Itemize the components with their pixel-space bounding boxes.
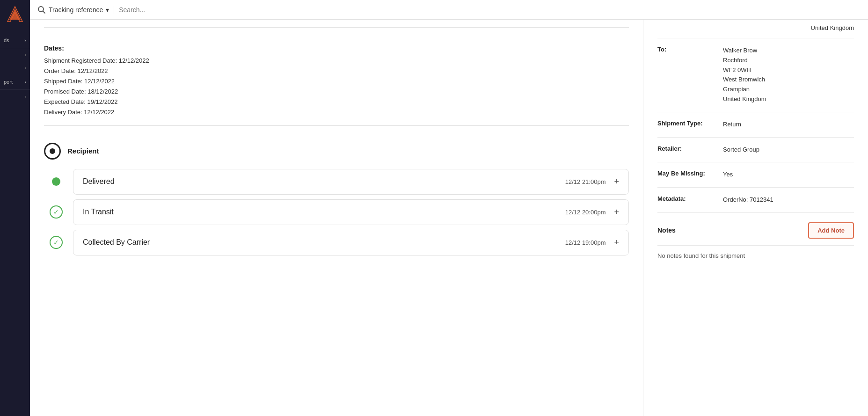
info-row-metadata: Metadata: OrderNo: 7012341	[657, 188, 854, 213]
to-value: Walker BrowRochfordWF2 0WHWest BromwichG…	[723, 46, 766, 104]
expand-icon-collected[interactable]: +	[614, 238, 619, 248]
timeline-card-right-transit: 12/12 20:00pm +	[565, 207, 619, 217]
main-wrapper: Tracking reference ▾ Dates: Shipment Reg…	[30, 0, 868, 416]
date-line-0: Shipment Registered Date: 12/12/2022	[44, 56, 629, 66]
chevron-right-icon: ›	[25, 66, 26, 71]
recipient-icon	[44, 143, 61, 160]
timeline-dot-delivered	[48, 177, 65, 186]
search-icon	[37, 6, 46, 14]
sidebar-item-label: ds	[4, 37, 9, 43]
notes-header: Notes Add Note	[657, 222, 854, 246]
tracking-reference-label: Tracking reference	[49, 6, 103, 14]
metadata-label: Metadata:	[657, 195, 723, 202]
notes-section: Notes Add Note No notes found for this s…	[657, 213, 854, 259]
may-be-missing-label: May Be Missing:	[657, 170, 723, 177]
timeline-items: Delivered 12/12 21:00pm + ✓	[44, 169, 629, 255]
chevron-right-icon: ›	[24, 79, 26, 85]
recipient-header: Recipient	[44, 138, 629, 160]
dates-title: Dates:	[44, 44, 629, 52]
sidebar-item-label: port	[4, 79, 13, 85]
retailer-label: Retailer:	[657, 145, 723, 152]
tracking-reference-dropdown[interactable]: Tracking reference ▾	[49, 6, 114, 14]
to-label: To:	[657, 46, 723, 53]
timeline-dot-collected: ✓	[48, 236, 65, 249]
may-be-missing-value: Yes	[723, 170, 733, 180]
expand-icon-delivered[interactable]: +	[614, 177, 619, 187]
sidebar-item-2[interactable]: ›	[0, 48, 30, 61]
recipient-icon-inner	[50, 148, 55, 154]
date-line-5: Delivery Date: 12/12/2022	[44, 107, 629, 117]
timeline-item-0: Delivered 12/12 21:00pm +	[48, 169, 629, 195]
left-panel: Dates: Shipment Registered Date: 12/12/2…	[30, 20, 643, 416]
info-row-shipment-type: Shipment Type: Return	[657, 112, 854, 138]
date-line-1: Order Date: 12/12/2022	[44, 66, 629, 76]
sidebar: ds › › › port › ›	[0, 0, 30, 416]
timeline-card-collected[interactable]: Collected By Carrier 12/12 19:00pm +	[73, 230, 629, 255]
timeline-status-collected: Collected By Carrier	[83, 238, 150, 247]
date-line-2: Shipped Date: 12/12/2022	[44, 76, 629, 87]
app-logo[interactable]	[6, 5, 24, 23]
timeline-item-1: ✓ In Transit 12/12 20:00pm +	[48, 199, 629, 225]
timeline-card-right-delivered: 12/12 21:00pm +	[565, 177, 619, 187]
timeline-item-2: ✓ Collected By Carrier 12/12 19:00pm +	[48, 230, 629, 255]
shipment-type-label: Shipment Type:	[657, 120, 723, 127]
check-icon-transit: ✓	[50, 205, 63, 219]
chevron-right-icon: ›	[25, 94, 26, 99]
search-input[interactable]	[119, 6, 861, 14]
metadata-value: OrderNo: 7012341	[723, 195, 773, 205]
info-row-retailer: Retailer: Sorted Group	[657, 138, 854, 163]
timeline-date-transit: 12/12 20:00pm	[565, 209, 606, 216]
check-icon-collected: ✓	[50, 236, 63, 249]
no-notes-text: No notes found for this shipment	[657, 246, 854, 259]
partial-top-country: United Kingdom	[657, 20, 854, 38]
date-line-4: Expected Date: 19/12/2022	[44, 97, 629, 107]
timeline-date-collected: 12/12 19:00pm	[565, 239, 606, 246]
recipient-label: Recipient	[67, 147, 99, 155]
sidebar-item-report[interactable]: port ›	[0, 74, 30, 90]
content-area: Dates: Shipment Registered Date: 12/12/2…	[30, 20, 868, 416]
retailer-value: Sorted Group	[723, 145, 759, 155]
timeline-dot-transit: ✓	[48, 205, 65, 219]
date-line-3: Promised Date: 18/12/2022	[44, 87, 629, 97]
timeline-card-right-collected: 12/12 19:00pm +	[565, 238, 619, 248]
timeline-card-delivered[interactable]: Delivered 12/12 21:00pm +	[73, 169, 629, 195]
add-note-button[interactable]: Add Note	[808, 222, 854, 239]
dropdown-chevron-icon: ▾	[106, 6, 109, 14]
timeline-status-transit: In Transit	[83, 208, 114, 216]
timeline-date-delivered: 12/12 21:00pm	[565, 178, 606, 185]
timeline-section: Recipient Delivered 12/12 21:00pm	[44, 133, 629, 255]
sidebar-item-3[interactable]: ›	[0, 61, 30, 74]
right-panel: United Kingdom To: Walker BrowRochfordWF…	[643, 20, 868, 416]
sidebar-item-5[interactable]: ›	[0, 90, 30, 103]
topbar: Tracking reference ▾	[30, 0, 868, 20]
info-row-may-be-missing: May Be Missing: Yes	[657, 162, 854, 188]
svg-line-3	[43, 11, 45, 13]
expand-icon-transit[interactable]: +	[614, 207, 619, 217]
timeline-status-delivered: Delivered	[83, 177, 115, 186]
dates-section: Dates: Shipment Registered Date: 12/12/2…	[44, 35, 629, 118]
info-row-to: To: Walker BrowRochfordWF2 0WHWest Bromw…	[657, 38, 854, 112]
shipment-type-value: Return	[723, 120, 741, 130]
timeline-card-transit[interactable]: In Transit 12/12 20:00pm +	[73, 199, 629, 225]
chevron-right-icon: ›	[24, 37, 26, 43]
dot-filled-icon	[52, 177, 60, 186]
sidebar-item-ds[interactable]: ds ›	[0, 33, 30, 48]
chevron-right-icon: ›	[25, 52, 26, 58]
notes-title: Notes	[657, 226, 676, 234]
